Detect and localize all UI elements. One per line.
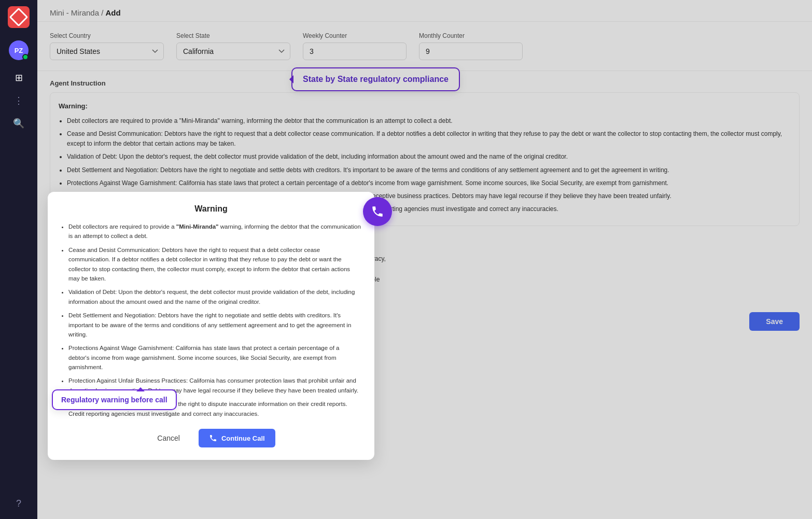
sidebar-dots-icon[interactable]: ⋮ (9, 91, 28, 110)
modal-list-item: Debt collectors are required to provide … (68, 222, 362, 241)
modal-actions: Cancel Continue Call (60, 429, 362, 447)
modal-list-item: Debt Settlement and Negotiation: Debtors… (68, 311, 362, 339)
warning-modal: Warning Debt collectors are required to … (48, 192, 374, 460)
avatar-initials: PZ (15, 47, 23, 54)
continue-phone-icon (209, 434, 217, 442)
avatar[interactable]: PZ (9, 40, 29, 60)
sidebar-search-icon[interactable]: 🔍 (9, 114, 28, 133)
main-content: Mini - Miranda / Add Select Country Unit… (37, 0, 812, 519)
app-logo (8, 6, 30, 28)
sidebar: PZ ⊞ ⋮ 🔍 ? (0, 0, 37, 519)
modal-overlay: Warning Debt collectors are required to … (37, 0, 812, 519)
online-badge (22, 54, 29, 60)
cancel-button[interactable]: Cancel (147, 429, 190, 447)
continue-call-button[interactable]: Continue Call (199, 429, 275, 447)
logo-shape (9, 8, 29, 27)
sidebar-grid-icon[interactable]: ⊞ (9, 68, 28, 87)
modal-list-item: Cease and Desist Communication: Debtors … (68, 245, 362, 284)
continue-label: Continue Call (221, 434, 265, 442)
phone-icon (371, 205, 384, 218)
regulatory-warning-tooltip: Regulatory warning before call (52, 389, 177, 410)
sidebar-help-icon[interactable]: ? (9, 494, 28, 513)
phone-fab-button[interactable] (363, 197, 392, 226)
modal-list-item: Protections Against Wage Garnishment: Ca… (68, 343, 362, 372)
modal-title: Warning (60, 204, 362, 214)
tooltip-warning-text: Regulatory warning before call (61, 396, 167, 404)
modal-list-item: Validation of Debt: Upon the debtor's re… (68, 287, 362, 306)
